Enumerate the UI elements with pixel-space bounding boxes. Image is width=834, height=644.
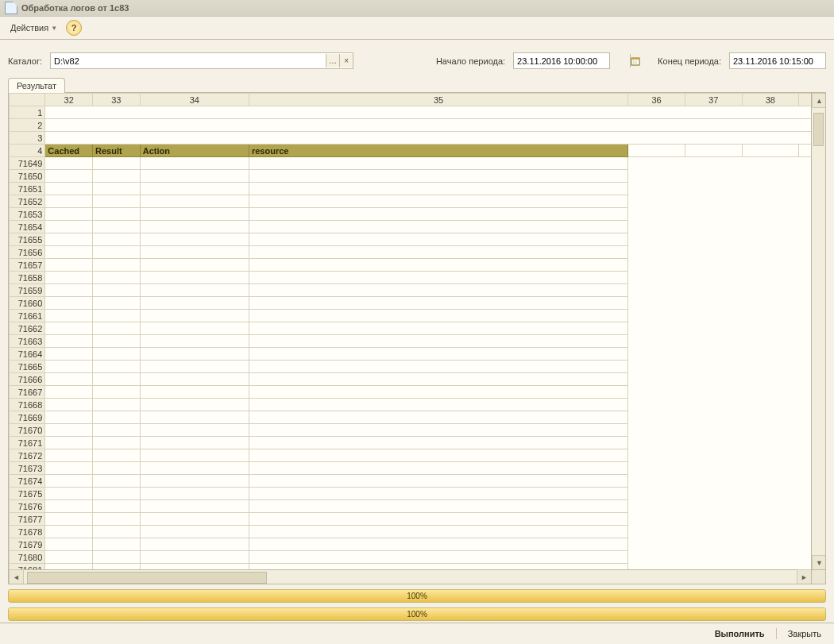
grid-cell[interactable] [742, 437, 799, 449]
grid-cell[interactable] [45, 183, 93, 195]
grid-cell[interactable] [799, 513, 812, 526]
grid-cell[interactable] [628, 361, 685, 373]
grid-cell[interactable] [140, 373, 249, 386]
grid-cell[interactable] [45, 411, 93, 424]
grid-cell[interactable] [93, 386, 141, 399]
row-header[interactable]: 71662 [10, 322, 45, 335]
col-header[interactable]: 35 [249, 94, 627, 106]
grid-cell[interactable] [799, 411, 812, 424]
grid-cell[interactable] [93, 170, 141, 183]
grid-cell[interactable] [140, 526, 249, 538]
grid-cell[interactable] [685, 259, 742, 272]
grid-cell[interactable] [249, 195, 627, 208]
grid-cell[interactable] [742, 462, 799, 475]
grid-cell[interactable] [628, 449, 685, 462]
grid-cell[interactable] [628, 488, 685, 500]
grid-cell[interactable] [140, 500, 249, 513]
grid-cell[interactable] [45, 297, 93, 310]
grid-cell[interactable] [45, 208, 93, 221]
grid-cell[interactable] [140, 310, 249, 322]
help-button[interactable]: ? [66, 20, 82, 36]
grid-cell[interactable] [249, 475, 627, 488]
grid-cell[interactable] [742, 538, 799, 551]
grid-cell[interactable] [742, 526, 799, 538]
grid-cell[interactable] [249, 183, 627, 195]
row-header[interactable]: 71664 [10, 348, 45, 361]
grid-cell[interactable] [799, 538, 812, 551]
grid-cell[interactable] [140, 437, 249, 449]
grid-cell[interactable] [628, 348, 685, 361]
grid-cell[interactable] [628, 310, 685, 322]
grid-cell[interactable] [742, 386, 799, 399]
grid-cell[interactable] [140, 424, 249, 437]
grid-cell[interactable] [45, 399, 93, 411]
grid-cell[interactable] [628, 259, 685, 272]
row-header[interactable]: 71673 [10, 462, 45, 475]
vertical-scrollbar[interactable]: ▲ ▼ [811, 93, 825, 570]
grid-cell[interactable] [93, 335, 141, 348]
grid-cell[interactable] [249, 170, 627, 183]
grid-cell[interactable] [45, 233, 93, 246]
grid-cell[interactable] [140, 221, 249, 233]
tab-result[interactable]: Результат [8, 78, 65, 93]
grid-cell[interactable] [628, 386, 685, 399]
row-header[interactable]: 71667 [10, 386, 45, 399]
grid-cell[interactable] [628, 526, 685, 538]
row-header[interactable]: 71660 [10, 297, 45, 310]
grid-cell[interactable] [140, 386, 249, 399]
grid-cell[interactable] [140, 399, 249, 411]
scroll-up-button[interactable]: ▲ [812, 93, 825, 108]
grid-cell[interactable] [45, 449, 93, 462]
grid-cell[interactable] [249, 373, 627, 386]
row-header[interactable]: 3 [10, 132, 45, 145]
grid-cell[interactable] [685, 208, 742, 221]
grid-cell[interactable]: Cached [45, 145, 93, 157]
grid-cell[interactable] [685, 411, 742, 424]
grid-cell[interactable] [45, 348, 93, 361]
grid-cell[interactable] [799, 488, 812, 500]
grid-cell[interactable] [140, 488, 249, 500]
grid-cell[interactable] [93, 322, 141, 335]
grid-cell[interactable] [140, 335, 249, 348]
grid-cell[interactable] [742, 411, 799, 424]
grid-cell[interactable] [742, 208, 799, 221]
grid-cell[interactable] [249, 246, 627, 259]
grid-cell[interactable] [742, 183, 799, 195]
grid-cell[interactable] [685, 538, 742, 551]
row-header[interactable]: 71676 [10, 500, 45, 513]
grid-cell[interactable]: Result [93, 145, 141, 157]
catalog-browse-button[interactable]: … [326, 54, 339, 67]
grid-cell[interactable] [45, 157, 93, 170]
grid-cell[interactable] [45, 526, 93, 538]
grid-cell[interactable] [93, 348, 141, 361]
grid-cell[interactable] [685, 424, 742, 437]
grid-cell[interactable] [799, 386, 812, 399]
grid-cell[interactable] [742, 322, 799, 335]
grid-cell[interactable] [45, 373, 93, 386]
grid-cell[interactable] [799, 259, 812, 272]
grid-cell[interactable] [45, 272, 93, 284]
close-button[interactable]: Закрыть [783, 627, 826, 640]
grid-cell[interactable] [45, 361, 93, 373]
row-header[interactable]: 71654 [10, 221, 45, 233]
scroll-right-button[interactable]: ► [797, 569, 812, 584]
grid-cell[interactable] [93, 488, 141, 500]
grid-cell[interactable] [249, 310, 627, 322]
grid-cell[interactable] [628, 411, 685, 424]
grid-cell[interactable] [799, 449, 812, 462]
grid-cell[interactable] [799, 183, 812, 195]
row-header[interactable]: 71659 [10, 284, 45, 297]
grid-cell[interactable] [45, 322, 93, 335]
grid-cell[interactable] [45, 195, 93, 208]
grid-cell[interactable] [799, 233, 812, 246]
grid-cell[interactable] [45, 259, 93, 272]
grid-cell[interactable] [685, 284, 742, 297]
grid-cell[interactable] [45, 488, 93, 500]
grid-cell[interactable] [628, 208, 685, 221]
grid-cell[interactable] [249, 335, 627, 348]
grid-cell[interactable] [93, 195, 141, 208]
grid-cell[interactable] [45, 462, 93, 475]
grid-cell[interactable] [685, 195, 742, 208]
grid-cell[interactable] [685, 526, 742, 538]
grid-cell[interactable] [742, 424, 799, 437]
